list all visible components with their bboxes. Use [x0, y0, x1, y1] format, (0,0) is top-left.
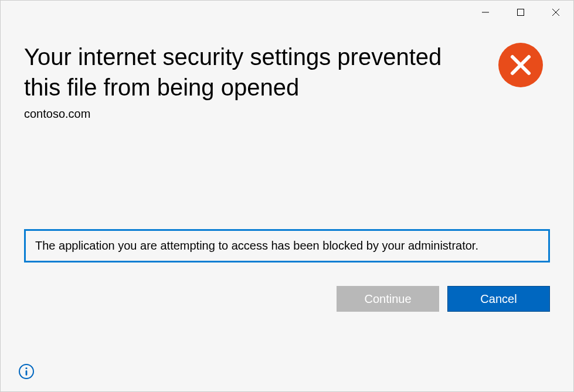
error-icon [497, 42, 544, 88]
maximize-icon [517, 8, 525, 16]
minimize-button[interactable] [468, 1, 503, 24]
continue-button[interactable]: Continue [337, 286, 439, 312]
dialog-subheading: contoso.com [24, 107, 550, 121]
info-button[interactable] [18, 363, 35, 380]
maximize-button[interactable] [503, 1, 538, 24]
close-icon [552, 8, 560, 16]
close-button[interactable] [538, 1, 573, 24]
minimize-icon [481, 8, 490, 16]
svg-point-8 [25, 367, 27, 369]
cancel-button[interactable]: Cancel [447, 286, 550, 312]
dialog-heading: Your internet security settings prevente… [24, 42, 446, 103]
info-icon [18, 363, 35, 380]
svg-rect-1 [518, 9, 524, 16]
dialog-content: Your internet security settings prevente… [1, 24, 573, 391]
button-row: Continue Cancel [24, 286, 550, 312]
svg-rect-9 [26, 370, 28, 376]
message-box: The application you are attempting to ac… [24, 229, 550, 263]
titlebar [1, 1, 573, 24]
message-text: The application you are attempting to ac… [35, 239, 478, 252]
